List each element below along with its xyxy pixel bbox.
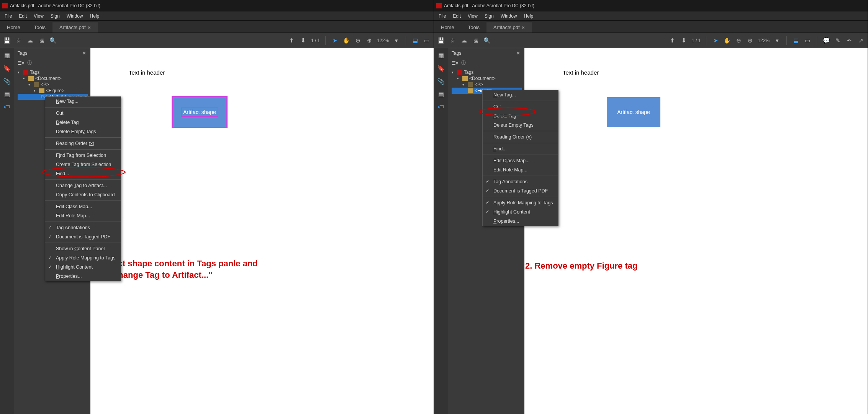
menu-copy-clipboard[interactable]: Copy Contents to Clipboard — [45, 190, 121, 199]
menu-find-tag-selection[interactable]: Find Tag from Selection — [45, 151, 121, 160]
save-icon[interactable]: 💾 — [3, 37, 11, 44]
close-icon[interactable]: ✕ — [516, 51, 520, 56]
menu-window[interactable]: Window — [64, 13, 86, 20]
zoom-in-icon[interactable]: ⊕ — [365, 37, 373, 44]
menu-cut[interactable]: Cut — [45, 109, 121, 118]
menu-document-tagged[interactable]: Document is Tagged PDF — [45, 232, 121, 241]
menu-edit-class-map[interactable]: Edit Class Map... — [483, 156, 558, 165]
tab-close-icon[interactable]: ✕ — [521, 25, 525, 30]
page-current[interactable]: 1 — [692, 38, 694, 43]
hand-tool-icon[interactable]: ✋ — [342, 37, 350, 44]
tab-home[interactable]: Home — [0, 22, 27, 33]
bookmark-icon[interactable]: 🔖 — [437, 64, 445, 72]
options-icon[interactable]: ☰▾ — [452, 60, 458, 66]
menu-view[interactable]: View — [31, 13, 47, 20]
page-current[interactable]: 1 — [311, 38, 314, 43]
select-tool-icon[interactable]: ➤ — [331, 37, 339, 44]
menu-new-tag[interactable]: New New Tag...Tag... — [45, 97, 121, 106]
menu-edit-class-map[interactable]: Edit Class Map... — [45, 202, 121, 211]
tree-root[interactable]: ▾Tags — [452, 69, 522, 75]
menu-apply-role-mapping[interactable]: Apply Role Mapping to Tags — [45, 253, 121, 262]
menu-apply-role-mapping[interactable]: Apply Role Mapping to Tags — [483, 198, 558, 207]
menu-edit-role-map[interactable]: Edit Role Map... — [45, 211, 121, 220]
menubar[interactable]: File Edit View Sign Window Help — [434, 11, 868, 21]
menu-reading-order[interactable]: Reading Order (x) — [45, 139, 121, 148]
tree-root[interactable]: ▾Tags — [18, 69, 88, 75]
tree-p[interactable]: ▾<P> — [452, 81, 522, 88]
page-down-icon[interactable]: ⬇ — [300, 37, 307, 44]
document-page[interactable]: Text in header Artifact shape — [524, 48, 868, 414]
fit-width-icon[interactable]: ⬓ — [792, 37, 800, 44]
select-tool-icon[interactable]: ➤ — [712, 37, 719, 44]
menu-delete-tag[interactable]: Delete Tag — [483, 111, 558, 121]
info-icon[interactable]: ⓘ — [27, 60, 32, 66]
save-icon[interactable]: 💾 — [437, 37, 445, 44]
menu-view[interactable]: View — [465, 13, 481, 20]
cloud-icon[interactable]: ☁ — [460, 37, 468, 44]
page-down-icon[interactable]: ⬇ — [680, 37, 688, 44]
highlight-tool-icon[interactable]: ✎ — [834, 37, 842, 44]
info-icon[interactable]: ⓘ — [461, 60, 466, 66]
menu-file[interactable]: File — [436, 13, 449, 20]
tags-icon[interactable]: 🏷 — [437, 103, 445, 111]
tree-document[interactable]: ▾<Document> — [452, 75, 522, 81]
star-icon[interactable]: ☆ — [15, 37, 22, 44]
tab-tools[interactable]: Tools — [27, 22, 52, 33]
tree-p[interactable]: ▾<P> — [18, 81, 88, 88]
menu-show-content-panel[interactable]: Show in Content Panel — [45, 244, 121, 253]
menu-tag-annotations[interactable]: Tag Annotations — [483, 177, 558, 186]
zoom-level[interactable]: 122% — [377, 38, 389, 43]
tab-document[interactable]: Artifacts.pdf✕ — [486, 22, 532, 33]
tree-document[interactable]: ▾<Document> — [18, 75, 88, 81]
menu-sign[interactable]: Sign — [481, 13, 497, 20]
hand-tool-icon[interactable]: ✋ — [723, 37, 731, 44]
document-page[interactable]: Text in header Artifact shape — [90, 48, 434, 414]
menu-edit-role-map[interactable]: Edit Role Map... — [483, 165, 558, 174]
dropdown-icon[interactable]: ▾ — [393, 37, 400, 44]
search-icon[interactable]: 🔍 — [49, 37, 57, 44]
menu-tag-annotations[interactable]: Tag Annotations — [45, 223, 121, 232]
dropdown-icon[interactable]: ▾ — [773, 37, 781, 44]
print-icon[interactable]: 🖨 — [472, 37, 479, 44]
thumbnails-icon[interactable]: ▦ — [3, 51, 11, 59]
context-menu[interactable]: New New Tag...Tag... Cut Delete Tag Dele… — [45, 96, 121, 281]
read-mode-icon[interactable]: ▭ — [423, 37, 431, 44]
menu-document-tagged[interactable]: Document is Tagged PDF — [483, 186, 558, 196]
menubar[interactable]: File Edit View Sign Window Help — [0, 11, 434, 21]
tab-home[interactable]: Home — [434, 22, 461, 33]
tab-close-icon[interactable]: ✕ — [87, 25, 91, 30]
menu-help[interactable]: Help — [87, 13, 103, 20]
zoom-level[interactable]: 122% — [758, 38, 770, 43]
zoom-out-icon[interactable]: ⊖ — [735, 37, 742, 44]
menu-properties[interactable]: Properties... — [483, 217, 558, 226]
menu-delete-empty[interactable]: Delete Empty Tags — [45, 127, 121, 136]
zoom-out-icon[interactable]: ⊖ — [354, 37, 362, 44]
attachments-icon[interactable]: 📎 — [437, 77, 445, 85]
content-icon[interactable]: ▤ — [3, 90, 11, 98]
menu-highlight-content[interactable]: Highlight Content — [45, 262, 121, 272]
comment-icon[interactable]: 💬 — [822, 37, 830, 44]
menu-create-tag-selection[interactable]: Create Tag from Selection — [45, 160, 121, 169]
sign-icon[interactable]: ✒ — [845, 37, 853, 44]
search-icon[interactable]: 🔍 — [483, 37, 491, 44]
options-icon[interactable]: ☰▾ — [18, 60, 24, 66]
context-menu[interactable]: New Tag... Cut Delete Tag Delete Empty T… — [482, 90, 558, 226]
tab-document[interactable]: Artifacts.pdf✕ — [52, 22, 98, 33]
close-icon[interactable]: ✕ — [82, 51, 86, 56]
attachments-icon[interactable]: 📎 — [3, 77, 11, 85]
menu-help[interactable]: Help — [521, 13, 537, 20]
menu-find[interactable]: Find... — [45, 169, 121, 178]
thumbnails-icon[interactable]: ▦ — [437, 51, 445, 59]
menu-delete-tag[interactable]: Delete Tag — [45, 118, 121, 127]
tree-figure[interactable]: ▾<Figure> — [18, 88, 88, 94]
page-up-icon[interactable]: ⬆ — [669, 37, 676, 44]
menu-edit[interactable]: Edit — [450, 13, 464, 20]
menu-edit[interactable]: Edit — [16, 13, 30, 20]
menu-find[interactable]: Find... — [483, 144, 558, 153]
print-icon[interactable]: 🖨 — [38, 37, 45, 44]
page-up-icon[interactable]: ⬆ — [288, 37, 296, 44]
read-mode-icon[interactable]: ▭ — [804, 37, 811, 44]
zoom-in-icon[interactable]: ⊕ — [746, 37, 754, 44]
menu-new-tag[interactable]: New Tag... — [483, 90, 558, 99]
menu-file[interactable]: File — [2, 13, 15, 20]
